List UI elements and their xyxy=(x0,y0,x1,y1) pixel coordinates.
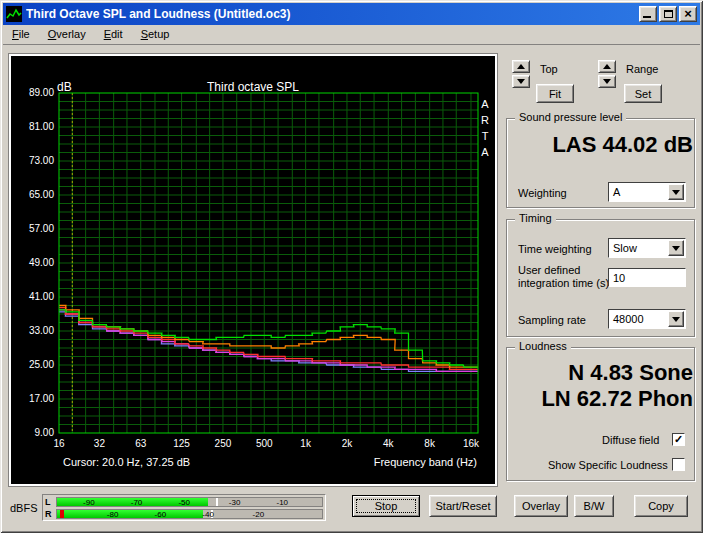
svg-text:63: 63 xyxy=(135,438,147,449)
maximize-button[interactable] xyxy=(659,6,677,22)
sampling-rate-select[interactable]: 48000 xyxy=(608,309,686,329)
spl-chart-widget: 89.0081.0073.0065.0057.0049.0041.0033.00… xyxy=(11,56,495,484)
window-title: Third Octave SPL and Loudness (Untitled.… xyxy=(26,7,639,21)
svg-text:125: 125 xyxy=(173,438,190,449)
cursor-readout: Cursor: 20.0 Hz, 37.25 dB xyxy=(63,456,190,468)
svg-text:81.00: 81.00 xyxy=(29,121,54,132)
titlebar-buttons: × xyxy=(639,6,697,22)
arrow-down-icon xyxy=(517,79,525,84)
svg-text:65.00: 65.00 xyxy=(29,189,54,200)
loudness-phon-readout: LN 62.72 Phon xyxy=(541,386,693,412)
svg-text:73.00: 73.00 xyxy=(29,155,54,166)
plot-area[interactable]: 89.0081.0073.0065.0057.0049.0041.0033.00… xyxy=(11,56,495,484)
svg-text:16: 16 xyxy=(53,438,65,449)
left-channel-label: L xyxy=(45,497,56,507)
fit-button[interactable]: Fit xyxy=(536,84,574,103)
top-up-button[interactable] xyxy=(512,60,530,73)
show-specific-loudness-checkbox[interactable] xyxy=(672,458,685,471)
meter-row-left: L -90-70-50-30-10 xyxy=(45,496,323,507)
arrow-down-icon xyxy=(603,79,611,84)
range-up-button[interactable] xyxy=(598,60,616,73)
svg-text:500: 500 xyxy=(256,438,273,449)
minimize-button[interactable] xyxy=(639,6,657,22)
weighting-select[interactable]: A xyxy=(608,182,686,202)
right-level-meter: -80-60-40-20 xyxy=(56,509,323,519)
meter-row-right: R -80-60-40-20 xyxy=(45,508,323,519)
right-channel-label: R xyxy=(45,509,56,519)
menu-overlay[interactable]: Overlay xyxy=(39,25,95,44)
svg-text:41.00: 41.00 xyxy=(29,291,54,302)
arta-watermark: ARTA xyxy=(479,98,491,162)
diffuse-field-checkbox[interactable]: ✓ xyxy=(672,433,685,446)
range-label: Range xyxy=(626,63,658,75)
bw-button[interactable]: B/W xyxy=(574,495,614,517)
copy-button[interactable]: Copy xyxy=(634,495,688,517)
svg-text:16k: 16k xyxy=(463,438,480,449)
weighting-label: Weighting xyxy=(518,187,567,199)
svg-text:33.00: 33.00 xyxy=(29,325,54,336)
dbfs-label: dBFS xyxy=(10,502,38,514)
time-weighting-select[interactable]: Slow xyxy=(608,238,686,258)
show-specific-loudness-label: Show Specific Loudness xyxy=(548,459,668,471)
timing-group-legend: Timing xyxy=(515,212,556,224)
chart-panel: 89.0081.0073.0065.0057.0049.0041.0033.00… xyxy=(8,53,498,487)
maximize-icon xyxy=(664,10,673,18)
integration-label-line1: User defined xyxy=(518,264,580,276)
svg-text:32: 32 xyxy=(94,438,106,449)
chevron-down-icon[interactable] xyxy=(668,240,684,256)
minimize-icon xyxy=(643,16,651,18)
x-axis-label: Frequency band (Hz) xyxy=(374,456,477,468)
time-weighting-value: Slow xyxy=(609,242,668,254)
spl-group-legend: Sound pressure level xyxy=(515,111,626,123)
time-weighting-label: Time weighting xyxy=(518,243,592,255)
top-label: Top xyxy=(540,63,558,75)
stop-button[interactable]: Stop xyxy=(352,495,420,517)
menubar: File Overlay Edit Setup xyxy=(3,25,700,45)
menu-file[interactable]: File xyxy=(3,25,39,44)
chevron-down-icon[interactable] xyxy=(668,311,684,327)
app-icon xyxy=(6,6,22,22)
svg-text:17.00: 17.00 xyxy=(29,393,54,404)
arrow-up-icon xyxy=(517,64,525,69)
weighting-value: A xyxy=(609,186,668,198)
sampling-rate-label: Sampling rate xyxy=(518,314,586,326)
loudness-group-legend: Loudness xyxy=(515,340,571,352)
overlay-button[interactable]: Overlay xyxy=(514,495,568,517)
sampling-rate-value: 48000 xyxy=(609,313,668,325)
svg-text:25.00: 25.00 xyxy=(29,359,54,370)
arrow-up-icon xyxy=(603,64,611,69)
titlebar[interactable]: Third Octave SPL and Loudness (Untitled.… xyxy=(3,3,700,25)
left-level-meter: -90-70-50-30-10 xyxy=(56,497,323,507)
svg-text:57.00: 57.00 xyxy=(29,223,54,234)
close-icon: × xyxy=(680,7,696,21)
close-button[interactable]: × xyxy=(679,6,697,22)
svg-text:9.00: 9.00 xyxy=(35,427,55,438)
loudness-sone-readout: N 4.83 Sone xyxy=(568,360,693,386)
diffuse-field-label: Diffuse field xyxy=(602,434,659,446)
chevron-down-icon[interactable] xyxy=(668,184,684,200)
svg-text:8k: 8k xyxy=(424,438,436,449)
menu-setup[interactable]: Setup xyxy=(132,25,179,44)
integration-time-input[interactable] xyxy=(608,268,686,287)
menu-edit[interactable]: Edit xyxy=(95,25,132,44)
svg-text:250: 250 xyxy=(215,438,232,449)
chart-title: Third octave SPL xyxy=(11,80,495,94)
integration-label-line2: integration time (s) xyxy=(518,277,609,289)
spl-readout: LAS 44.02 dB xyxy=(552,132,693,158)
start-reset-button[interactable]: Start/Reset xyxy=(429,495,497,517)
set-button[interactable]: Set xyxy=(624,84,662,103)
range-down-button[interactable] xyxy=(598,75,616,88)
svg-text:4k: 4k xyxy=(383,438,395,449)
svg-text:49.00: 49.00 xyxy=(29,257,54,268)
app-window: Third Octave SPL and Loudness (Untitled.… xyxy=(0,0,703,533)
svg-text:1k: 1k xyxy=(300,438,312,449)
level-meters: L -90-70-50-30-10 R -80-60-40-20 xyxy=(42,494,326,521)
svg-text:2k: 2k xyxy=(342,438,354,449)
top-down-button[interactable] xyxy=(512,75,530,88)
